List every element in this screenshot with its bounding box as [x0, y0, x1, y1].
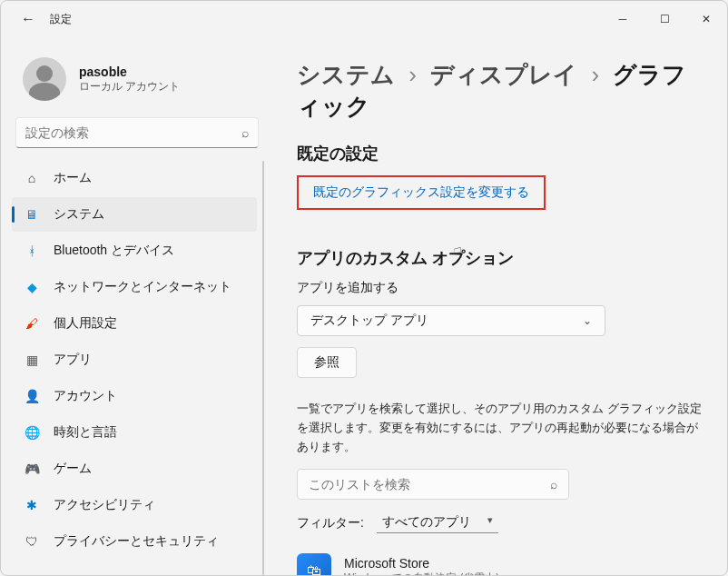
personalization-icon: 🖌 [23, 314, 41, 333]
window-controls: ─ ☐ ✕ [602, 1, 727, 37]
app-list-search-input[interactable] [309, 477, 550, 492]
breadcrumb-display[interactable]: ディスプレイ [430, 61, 577, 88]
app-name: Microsoft Store [344, 556, 499, 571]
sidebar-item-label: アクセシビリティ [54, 497, 155, 513]
breadcrumb: システム › ディスプレイ › グラフィック [297, 59, 702, 123]
app-row-microsoft-store[interactable]: 🛍 Microsoft Store Windows での自動決定 (省電力) [297, 546, 702, 575]
sidebar-item-gaming[interactable]: 🎮 ゲーム [12, 452, 257, 486]
sidebar-item-bluetooth[interactable]: ᚼ Bluetooth とデバイス [12, 233, 257, 268]
sidebar-item-personalization[interactable]: 🖌 個人用設定 [12, 306, 257, 341]
bluetooth-icon: ᚼ [23, 242, 41, 260]
avatar [23, 57, 66, 101]
chevron-right-icon: › [408, 61, 417, 88]
sidebar-item-network[interactable]: ◆ ネットワークとインターネット [12, 270, 257, 304]
user-name: pasoble [79, 65, 180, 79]
nav-list: ⌂ ホーム 🖥 システム ᚼ Bluetooth とデバイス ◆ ネットワークと… [8, 161, 266, 575]
filter-dropdown[interactable]: すべてのアプリ [377, 512, 498, 533]
account-type: ローカル アカウント [79, 79, 180, 94]
search-icon: ⌕ [241, 125, 249, 140]
titlebar: ← 設定 ─ ☐ ✕ [1, 1, 727, 37]
sidebar-item-home[interactable]: ⌂ ホーム [12, 161, 257, 195]
highlight-box: 既定のグラフィックス設定を変更する [297, 175, 546, 210]
dropdown-value: デスクトップ アプリ [310, 313, 428, 329]
settings-window: ← 設定 ─ ☐ ✕ pasoble ローカル アカウント ⌕ ⌂ [0, 0, 728, 576]
search-icon: ⌕ [550, 477, 557, 492]
sidebar-item-accessibility[interactable]: ✱ アクセシビリティ [12, 488, 257, 522]
window-title: 設定 [50, 12, 72, 27]
change-default-graphics-link[interactable]: 既定のグラフィックス設定を変更する [313, 184, 529, 199]
settings-search-input[interactable] [25, 125, 241, 140]
sidebar-item-apps[interactable]: ▦ アプリ [12, 343, 257, 377]
help-text: 一覧でアプリを検索して選択し、そのアプリ用のカスタム グラフィック設定を選択しま… [297, 400, 702, 456]
browse-label: 参照 [314, 354, 339, 371]
settings-search[interactable]: ⌕ [15, 117, 259, 148]
privacy-icon: 🛡 [23, 532, 41, 551]
sidebar-item-accounts[interactable]: 👤 アカウント [12, 379, 257, 413]
sidebar-item-label: ゲーム [54, 461, 92, 477]
app-list: 🛍 Microsoft Store Windows での自動決定 (省電力) ◈… [297, 546, 702, 575]
chevron-right-icon: › [591, 61, 599, 88]
sidebar-item-label: 時刻と言語 [54, 424, 117, 441]
maximize-button[interactable]: ☐ [644, 1, 685, 37]
minimize-button[interactable]: ─ [602, 1, 644, 37]
system-icon: 🖥 [23, 205, 41, 223]
add-app-label: アプリを追加する [297, 280, 702, 296]
sidebar-item-privacy[interactable]: 🛡 プライバシーとセキュリティ [12, 524, 257, 559]
filter-label: フィルター: [297, 515, 364, 531]
sidebar-item-label: アプリ [54, 352, 92, 368]
network-icon: ◆ [23, 278, 41, 296]
app-type-dropdown[interactable]: デスクトップ アプリ ⌄ [297, 305, 605, 336]
default-settings-title: 既定の設定 [297, 143, 702, 164]
sidebar: pasoble ローカル アカウント ⌕ ⌂ ホーム 🖥 システム ᚼ [1, 37, 273, 575]
filter-row: フィルター: すべてのアプリ [297, 512, 702, 533]
home-icon: ⌂ [23, 169, 41, 187]
sidebar-item-system[interactable]: 🖥 システム [12, 197, 257, 232]
sidebar-item-label: アカウント [54, 388, 117, 404]
sidebar-item-label: システム [54, 206, 104, 223]
sidebar-item-label: プライバシーとセキュリティ [54, 533, 219, 550]
microsoft-store-icon: 🛍 [297, 553, 331, 575]
accessibility-icon: ✱ [23, 496, 41, 514]
sidebar-item-label: 個人用設定 [54, 315, 117, 332]
sidebar-item-label: Bluetooth とデバイス [54, 243, 174, 259]
sidebar-item-time[interactable]: 🌐 時刻と言語 [12, 415, 257, 450]
content-area: システム › ディスプレイ › グラフィック 既定の設定 既定のグラフィックス設… [273, 37, 727, 575]
scrollbar[interactable] [262, 161, 264, 575]
apps-icon: ▦ [23, 351, 41, 369]
browse-button[interactable]: 参照 [297, 347, 357, 378]
gaming-icon: 🎮 [23, 460, 41, 478]
breadcrumb-system[interactable]: システム [297, 61, 395, 88]
app-list-search[interactable]: ⌕ [297, 469, 569, 500]
user-block[interactable]: pasoble ローカル アカウント [8, 45, 266, 117]
close-button[interactable]: ✕ [685, 1, 727, 37]
account-icon: 👤 [23, 387, 41, 405]
back-button[interactable]: ← [17, 11, 39, 27]
sidebar-item-label: ネットワークとインターネット [54, 279, 231, 295]
time-language-icon: 🌐 [23, 423, 41, 442]
app-meta: Windows での自動決定 (省電力) [344, 571, 499, 575]
chevron-down-icon: ⌄ [583, 314, 592, 327]
sidebar-item-label: ホーム [54, 170, 92, 186]
filter-value: すべてのアプリ [382, 514, 471, 529]
